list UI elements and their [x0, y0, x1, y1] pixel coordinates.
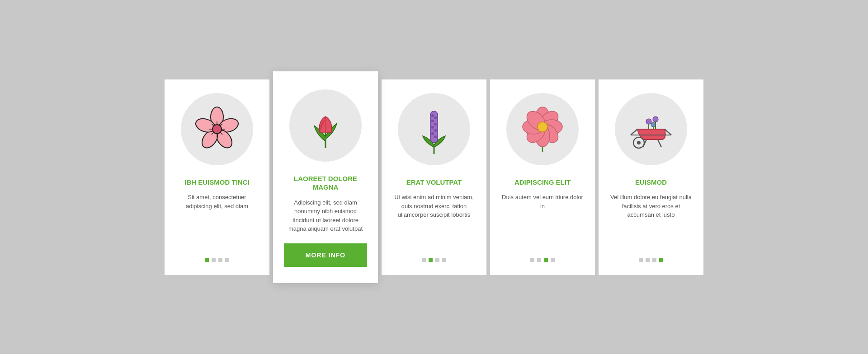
- card-3-dots: [422, 258, 446, 262]
- card-1: IBH EUISMOD TINCI Sit amet, consectetuer…: [165, 79, 269, 275]
- tulip-icon: [301, 96, 350, 155]
- card-3-icon-wrapper: [398, 93, 470, 165]
- card-3-text: Ut wisi enim ad minim veniam, quis nostr…: [392, 193, 476, 248]
- card-4-dots: [530, 258, 555, 262]
- card-2: LAOREET DOLORE MAGNA Adipiscing elit, se…: [273, 71, 378, 283]
- card-3: ERAT VOLUTPAT Ut wisi enim ad minim veni…: [382, 79, 486, 275]
- card-4-icon-wrapper: [506, 93, 579, 165]
- dot: [218, 258, 222, 262]
- card-1-title: IBH EUISMOD TINCI: [184, 178, 249, 187]
- card-1-icon-wrapper: [181, 93, 253, 165]
- dot: [544, 258, 548, 262]
- cosmos-icon: [518, 102, 567, 156]
- dot: [652, 258, 656, 262]
- svg-point-34: [538, 122, 547, 132]
- dot: [551, 258, 555, 262]
- more-info-button[interactable]: MORE INFO: [284, 243, 367, 267]
- card-5-icon-wrapper: [615, 93, 687, 165]
- card-2-icon-wrapper: [289, 89, 362, 162]
- card-2-text: Adipiscing elit, sed diam nonummy nibh e…: [284, 198, 367, 233]
- dot: [537, 258, 541, 262]
- wheelbarrow-icon: [624, 104, 678, 154]
- card-5-dots: [639, 258, 663, 262]
- card-2-title: LAOREET DOLORE MAGNA: [284, 174, 367, 192]
- dot: [639, 258, 643, 262]
- card-5-text: Vel illum dolore eu feugiat nulla facili…: [609, 193, 693, 248]
- card-5-title: EUISMOD: [635, 178, 667, 187]
- dot: [646, 258, 650, 262]
- dot: [212, 258, 216, 262]
- svg-point-35: [646, 119, 651, 124]
- svg-point-24: [434, 135, 437, 138]
- dot: [429, 258, 433, 262]
- card-4-text: Duis autem vel eum iriure dolor in: [501, 193, 584, 248]
- dot: [659, 258, 663, 262]
- lavender-icon: [411, 102, 457, 156]
- card-4-title: ADIPISCING ELIT: [514, 178, 571, 187]
- svg-point-36: [653, 116, 658, 122]
- card-3-title: ERAT VOLUTPAT: [406, 178, 462, 187]
- dot: [205, 258, 209, 262]
- svg-point-46: [637, 141, 641, 144]
- card-4: ADIPISCING ELIT Duis autem vel eum iriur…: [490, 79, 595, 275]
- svg-point-19: [431, 120, 434, 122]
- card-1-dots: [205, 258, 229, 262]
- svg-point-22: [434, 129, 437, 132]
- svg-point-23: [431, 132, 434, 135]
- svg-point-21: [431, 126, 434, 129]
- dot: [422, 258, 426, 262]
- dot: [225, 258, 229, 262]
- dot: [442, 258, 446, 262]
- dot: [530, 258, 534, 262]
- dot: [435, 258, 439, 262]
- card-5: EUISMOD Vel illum dolore eu feugiat null…: [599, 79, 703, 275]
- svg-line-42: [658, 140, 661, 147]
- cherry-blossom-icon: [192, 104, 242, 154]
- svg-line-43: [631, 129, 637, 135]
- svg-point-17: [431, 114, 434, 117]
- svg-point-37: [651, 122, 656, 127]
- svg-point-20: [434, 123, 437, 126]
- card-1-text: Sit amet, consectetuer adipiscing elit, …: [175, 193, 259, 248]
- svg-point-18: [434, 116, 437, 119]
- cards-container: IBH EUISMOD TINCI Sit amet, consectetuer…: [163, 79, 705, 275]
